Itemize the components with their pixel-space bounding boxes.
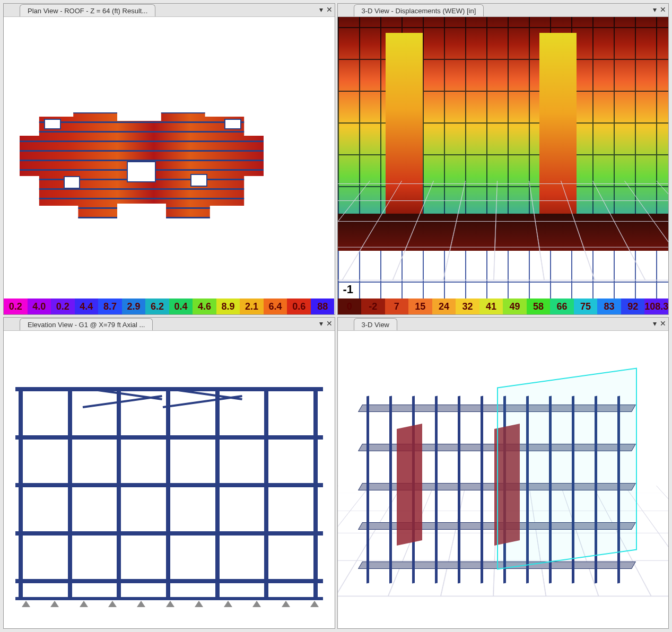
legend-segment: 88 <box>311 299 335 314</box>
legend-segment: 8.7 <box>98 299 122 314</box>
legend-segment: 2.1 <box>240 299 264 314</box>
legend-segment: 15 <box>408 299 432 314</box>
pane-3d-displacements: 3-D View - Displacements (WEW) [in] ▾ ✕ … <box>337 3 669 315</box>
legend-segment: 0.4 <box>169 299 193 314</box>
pane-elevation-view: Elevation View - G1 @ X=79 ft Axial ... … <box>3 317 335 629</box>
support-icon <box>282 601 290 607</box>
section-marker <box>497 367 637 569</box>
legend-segment: 0.2 <box>51 299 75 314</box>
viewport-3d[interactable] <box>338 331 669 628</box>
legend-segment: 49 <box>503 299 527 314</box>
tab-3d-view[interactable]: 3-D View <box>354 318 398 330</box>
tabbar: Plan View - ROOF - Z = 64 (ft) Result...… <box>4 4 335 17</box>
tab-menu-icon[interactable]: ▾ <box>319 5 323 14</box>
tab-menu-icon[interactable]: ▾ <box>319 319 323 328</box>
legend-segment: 6.4 <box>264 299 287 314</box>
annotation-label: -1 <box>343 283 354 296</box>
tab-plan-view[interactable]: Plan View - ROOF - Z = 64 (ft) Result... <box>20 4 155 16</box>
support-icon <box>310 601 319 607</box>
legend-segment: 24 <box>432 299 456 314</box>
legend-segment: -2 <box>361 299 385 314</box>
support-icon <box>80 601 88 607</box>
elevation-frame <box>15 373 323 607</box>
plan-model <box>20 112 264 218</box>
pane-plan-view: Plan View - ROOF - Z = 64 (ft) Result...… <box>3 3 335 315</box>
legend-segment: 0.2 <box>4 299 28 314</box>
support-icon <box>195 601 203 607</box>
support-icon <box>224 601 232 607</box>
legend-segment: 0 <box>338 299 362 314</box>
legend-segment: 4.6 <box>193 299 216 314</box>
tab-close-icon[interactable]: ✕ <box>326 319 333 328</box>
legend-segment: 7 <box>385 299 409 314</box>
tabbar: Elevation View - G1 @ X=79 ft Axial ... … <box>4 318 335 331</box>
legend-segment: 2.9 <box>122 299 146 314</box>
tabbar: 3-D View ▾ ✕ <box>338 318 669 331</box>
app-root: Plan View - ROOF - Z = 64 (ft) Result...… <box>0 0 672 632</box>
legend-segment: 4.0 <box>28 299 51 314</box>
legend-segment: 32 <box>456 299 479 314</box>
support-icon <box>252 601 261 607</box>
ground-grid <box>338 181 669 281</box>
support-icon <box>22 601 30 607</box>
support-icon <box>108 601 117 607</box>
tabbar: 3-D View - Displacements (WEW) [in] ▾ ✕ <box>338 4 669 17</box>
tab-3d-displacements[interactable]: 3-D View - Displacements (WEW) [in] <box>354 4 484 16</box>
support-icon <box>50 601 59 607</box>
color-legend: 0-2715243241495866758392108.3 <box>338 299 669 314</box>
legend-segment: 83 <box>597 299 621 314</box>
tab-close-icon[interactable]: ✕ <box>660 319 666 328</box>
viewport-elevation[interactable] <box>4 331 335 628</box>
legend-segment: 8.9 <box>216 299 240 314</box>
tab-elevation-view[interactable]: Elevation View - G1 @ X=79 ft Axial ... <box>20 318 153 330</box>
viewport-plan[interactable]: 0.24.00.24.48.72.96.20.44.68.92.16.40.68… <box>4 17 335 314</box>
tab-menu-icon[interactable]: ▾ <box>653 5 657 14</box>
legend-segment: 92 <box>621 299 645 314</box>
legend-segment: 75 <box>574 299 598 314</box>
pane-3d-view: 3-D View ▾ ✕ <box>337 317 669 629</box>
legend-segment: 4.4 <box>75 299 99 314</box>
color-legend: 0.24.00.24.48.72.96.20.44.68.92.16.40.68… <box>4 299 335 314</box>
legend-segment: 66 <box>550 299 574 314</box>
tab-menu-icon[interactable]: ▾ <box>653 319 657 328</box>
legend-segment: 6.2 <box>145 299 169 314</box>
legend-segment: 108.3 <box>644 299 668 314</box>
viewport-3d-heat[interactable]: -1 0-2715243241495866758392108.3 <box>338 17 669 314</box>
support-icon <box>137 601 145 607</box>
tab-close-icon[interactable]: ✕ <box>660 5 666 14</box>
legend-segment: 58 <box>527 299 551 314</box>
tab-close-icon[interactable]: ✕ <box>326 5 333 14</box>
legend-segment: 41 <box>479 299 503 314</box>
legend-segment: 0.6 <box>287 299 311 314</box>
support-icon <box>166 601 174 607</box>
